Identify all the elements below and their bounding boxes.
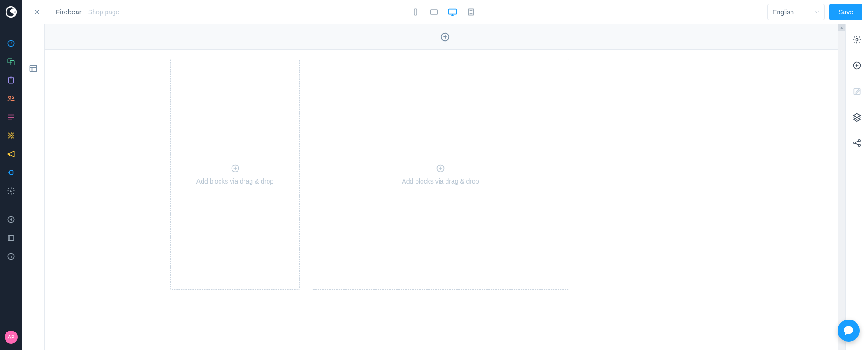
device-tablet-landscape-icon[interactable] (427, 5, 441, 19)
nav-catalogues-icon[interactable] (0, 53, 22, 71)
nav-promotion-icon[interactable] (0, 145, 22, 163)
svg-rect-10 (8, 236, 14, 241)
main-navigation: AP (0, 0, 22, 350)
canvas-section: Add blocks via drag & drop Add blocks vi… (45, 50, 845, 350)
chat-support-button[interactable] (838, 320, 860, 342)
settings-panel-icon[interactable] (850, 33, 863, 46)
separator (48, 0, 48, 24)
nav-add-icon[interactable] (0, 210, 22, 229)
drop-zone-sidebar[interactable]: Add blocks via drag & drop (170, 59, 300, 290)
close-button[interactable] (28, 3, 46, 21)
add-section-bar (45, 24, 845, 50)
edit-block-icon (850, 85, 863, 98)
layout-tree-icon[interactable] (25, 61, 41, 77)
nav-marketing-icon[interactable] (0, 126, 22, 145)
svg-rect-14 (449, 9, 457, 14)
device-switcher (119, 5, 767, 19)
shopware-logo-icon[interactable] (0, 0, 22, 24)
scrollbar[interactable] (838, 24, 845, 350)
nav-extensions-icon[interactable] (0, 163, 22, 182)
nav-content-icon[interactable] (0, 108, 22, 126)
nav-info-icon[interactable] (0, 247, 22, 266)
nav-collapse-icon[interactable] (0, 229, 22, 247)
language-select[interactable]: English (767, 4, 825, 20)
share-icon[interactable] (850, 136, 863, 149)
svg-point-6 (12, 97, 14, 99)
layers-icon[interactable] (850, 111, 863, 124)
svg-point-20 (856, 39, 858, 41)
svg-rect-13 (431, 10, 438, 14)
save-button[interactable]: Save (829, 4, 862, 20)
language-select-value: English (773, 8, 794, 16)
editor-topbar: Firebear Shop page English (22, 0, 868, 24)
nav-customers-icon[interactable] (0, 89, 22, 108)
plus-circle-icon (436, 164, 445, 173)
scrollbar-up-icon[interactable] (838, 24, 845, 31)
chevron-down-icon (814, 9, 820, 15)
nav-orders-icon[interactable] (0, 71, 22, 89)
device-mobile-icon[interactable] (409, 5, 422, 19)
drop-zone-main[interactable]: Add blocks via drag & drop (312, 59, 569, 290)
drop-zone-hint: Add blocks via drag & drop (196, 178, 273, 185)
page-subtitle: Shop page (88, 8, 119, 16)
left-tool-column (22, 24, 45, 350)
device-desktop-icon[interactable] (446, 5, 459, 19)
svg-rect-7 (10, 171, 13, 175)
add-block-icon[interactable] (850, 59, 863, 72)
page-title: Firebear (56, 8, 82, 16)
svg-point-8 (10, 190, 12, 192)
user-avatar[interactable]: AP (5, 331, 18, 344)
plus-circle-icon (231, 164, 240, 173)
add-section-button[interactable] (440, 32, 450, 42)
right-tool-column (845, 24, 868, 350)
svg-point-5 (9, 96, 11, 99)
svg-rect-12 (414, 9, 417, 15)
nav-dashboard-icon[interactable] (0, 34, 22, 53)
nav-settings-icon[interactable] (0, 182, 22, 200)
canvas-area: Add blocks via drag & drop Add blocks vi… (45, 24, 845, 350)
drop-zone-hint: Add blocks via drag & drop (402, 178, 479, 185)
svg-rect-16 (30, 65, 37, 71)
device-form-icon[interactable] (464, 5, 478, 19)
